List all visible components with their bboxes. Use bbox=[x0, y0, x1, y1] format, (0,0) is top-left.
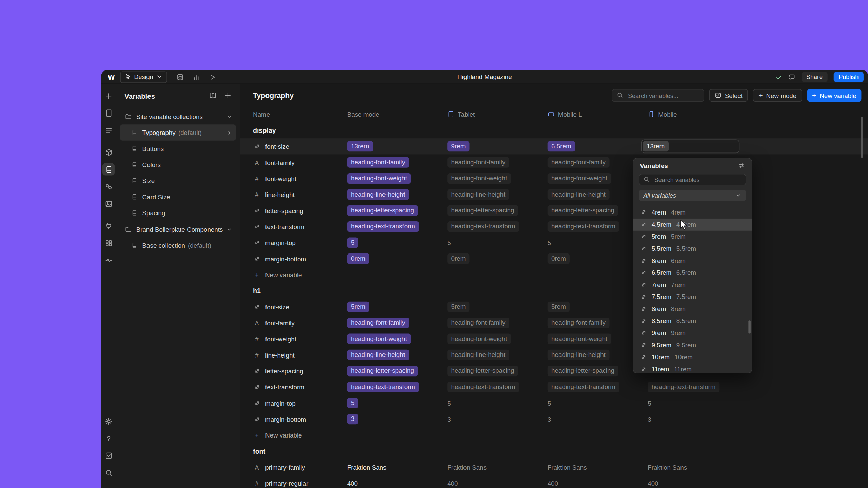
select-button[interactable]: Select bbox=[709, 89, 748, 102]
search-variables-box[interactable] bbox=[612, 89, 705, 102]
apps-icon[interactable] bbox=[102, 220, 115, 232]
value-chip[interactable]: Fraktion Sans bbox=[347, 464, 387, 471]
mode-value-cell[interactable]: heading-font-weight bbox=[347, 333, 448, 344]
value-chip[interactable]: 0rem bbox=[548, 253, 570, 264]
value-chip[interactable]: heading-letter-spacing bbox=[347, 205, 418, 216]
variable-option[interactable]: 6rem6rem bbox=[633, 255, 752, 267]
variable-row[interactable]: #line-heightheading-line-heightheading-l… bbox=[240, 186, 868, 202]
value-chip[interactable]: 5rem bbox=[447, 301, 470, 312]
add-elements-icon[interactable] bbox=[102, 89, 115, 102]
mode-value-cell[interactable]: heading-text-transform bbox=[447, 382, 548, 392]
search-site-icon[interactable] bbox=[102, 466, 115, 479]
value-chip[interactable]: 5 bbox=[347, 398, 358, 409]
mode-value-cell[interactable]: 400 bbox=[548, 480, 648, 487]
value-chip[interactable]: 9rem bbox=[447, 141, 470, 152]
variable-row[interactable]: Afont-familyheading-font-familyheading-f… bbox=[240, 155, 868, 170]
value-chip[interactable]: heading-font-weight bbox=[548, 333, 611, 344]
value-chip[interactable]: 3 bbox=[548, 416, 551, 423]
value-chip[interactable]: Fraktion Sans bbox=[447, 464, 487, 471]
analytics-icon[interactable] bbox=[192, 73, 200, 81]
mode-value-cell[interactable]: 5 bbox=[648, 400, 868, 407]
variable-row[interactable]: #font-weightheading-font-weightheading-f… bbox=[240, 331, 868, 347]
mode-value-cell[interactable]: 9rem bbox=[447, 141, 548, 152]
variable-row[interactable]: #line-heightheading-line-heightheading-l… bbox=[240, 347, 868, 363]
value-chip[interactable]: 3 bbox=[447, 416, 451, 423]
variable-option[interactable]: 6.5rem6.5rem bbox=[633, 267, 752, 279]
variables-icon[interactable] bbox=[102, 163, 115, 176]
value-chip[interactable]: heading-text-transform bbox=[447, 221, 519, 232]
value-chip[interactable]: heading-letter-spacing bbox=[447, 205, 518, 216]
mode-value-cell[interactable]: 13rem bbox=[648, 139, 868, 153]
value-chip[interactable]: heading-text-transform bbox=[648, 382, 719, 392]
share-button[interactable]: Share bbox=[801, 72, 827, 82]
variable-row[interactable]: letter-spacingheading-letter-spacinghead… bbox=[240, 203, 868, 219]
value-chip[interactable]: 5 bbox=[347, 237, 358, 248]
value-chip[interactable]: 5 bbox=[648, 400, 651, 407]
mode-value-cell[interactable]: 3 bbox=[447, 416, 548, 423]
variable-option[interactable]: 4rem4rem bbox=[633, 206, 752, 219]
comments-icon[interactable] bbox=[788, 73, 795, 80]
mode-value-cell[interactable]: 0rem bbox=[447, 253, 548, 264]
value-chip[interactable]: 13rem bbox=[643, 141, 669, 152]
value-chip[interactable]: heading-text-transform bbox=[548, 382, 619, 392]
collection-item-spacing[interactable]: Spacing bbox=[120, 205, 236, 221]
value-chip[interactable]: heading-letter-spacing bbox=[347, 366, 418, 377]
settings-icon[interactable] bbox=[102, 415, 115, 427]
mode-value-cell[interactable]: 400 bbox=[648, 480, 868, 487]
variable-row[interactable]: Aprimary-familyFraktion SansFraktion San… bbox=[240, 459, 868, 475]
value-chip[interactable]: heading-line-height bbox=[447, 350, 509, 361]
mode-value-cell[interactable]: heading-line-height bbox=[347, 189, 448, 200]
value-chip[interactable]: heading-font-family bbox=[447, 157, 509, 168]
value-chip[interactable]: heading-line-height bbox=[548, 189, 610, 200]
value-chip[interactable]: Fraktion Sans bbox=[548, 464, 587, 471]
value-chip[interactable]: heading-font-family bbox=[447, 318, 509, 328]
column-header-mobile-l[interactable]: Mobile L bbox=[548, 111, 648, 118]
mode-value-cell[interactable]: heading-line-height bbox=[447, 189, 548, 200]
value-chip[interactable]: 0rem bbox=[447, 253, 470, 264]
variable-row[interactable]: margin-top555 bbox=[240, 235, 868, 250]
value-chip[interactable]: heading-line-height bbox=[347, 189, 409, 200]
value-chip[interactable]: 3 bbox=[648, 416, 651, 423]
value-chip[interactable]: heading-font-weight bbox=[548, 173, 611, 184]
preview-icon[interactable] bbox=[208, 73, 216, 81]
value-chip[interactable]: heading-letter-spacing bbox=[548, 366, 618, 377]
dropdown-search-box[interactable] bbox=[639, 174, 746, 185]
mode-value-cell[interactable]: heading-letter-spacing bbox=[447, 205, 548, 216]
variable-option[interactable]: 7.5rem7.5rem bbox=[633, 291, 752, 303]
mode-value-cell[interactable]: heading-font-weight bbox=[447, 173, 548, 184]
column-header-base-mode[interactable]: Base mode bbox=[347, 111, 448, 118]
variable-option[interactable]: 5.5rem5.5rem bbox=[633, 243, 752, 255]
mode-value-cell[interactable]: heading-letter-spacing bbox=[447, 366, 548, 377]
components-icon[interactable] bbox=[102, 146, 115, 158]
table-scrollbar-thumb[interactable] bbox=[861, 117, 863, 158]
variable-option[interactable]: 11rem11rem bbox=[633, 363, 752, 373]
swap-icon[interactable] bbox=[738, 162, 745, 169]
mode-value-cell[interactable]: 0rem bbox=[347, 253, 448, 264]
new-variable-button[interactable]: +New variable bbox=[253, 432, 347, 439]
mode-value-cell[interactable]: 3 bbox=[347, 414, 448, 425]
variable-option[interactable]: 9rem9rem bbox=[633, 327, 752, 339]
variable-option[interactable]: 8rem8rem bbox=[633, 303, 752, 315]
library-book-icon[interactable] bbox=[209, 91, 217, 102]
mode-value-cell[interactable]: heading-font-family bbox=[347, 157, 448, 168]
libraries-icon[interactable] bbox=[102, 237, 115, 249]
value-chip[interactable]: 5rem bbox=[548, 301, 570, 312]
variable-option[interactable]: 4.5rem4.5rem bbox=[633, 219, 752, 231]
value-chip[interactable]: 400 bbox=[648, 480, 658, 487]
mode-value-cell[interactable]: 13rem bbox=[347, 141, 448, 152]
components-collections-header[interactable]: Brand Boilerplate Components bbox=[120, 221, 236, 237]
mode-value-cell[interactable]: 5 bbox=[548, 400, 648, 407]
cms-icon[interactable] bbox=[176, 73, 184, 81]
value-edit-field[interactable]: 13rem bbox=[641, 139, 740, 153]
variable-row[interactable]: Afont-familyheading-font-familyheading-f… bbox=[240, 315, 868, 331]
pages-icon[interactable] bbox=[102, 107, 115, 119]
value-chip[interactable]: 5 bbox=[447, 239, 451, 246]
mode-value-cell[interactable]: heading-font-weight bbox=[447, 333, 548, 344]
value-chip[interactable]: 400 bbox=[347, 480, 358, 487]
mode-value-cell[interactable]: heading-font-family bbox=[347, 318, 448, 328]
value-chip[interactable]: heading-line-height bbox=[548, 350, 610, 361]
collection-item-buttons[interactable]: Buttons bbox=[120, 141, 236, 157]
value-chip[interactable]: heading-font-family bbox=[548, 318, 610, 328]
mode-value-cell[interactable]: heading-text-transform bbox=[447, 221, 548, 232]
mode-value-cell[interactable]: heading-font-family bbox=[447, 318, 548, 328]
